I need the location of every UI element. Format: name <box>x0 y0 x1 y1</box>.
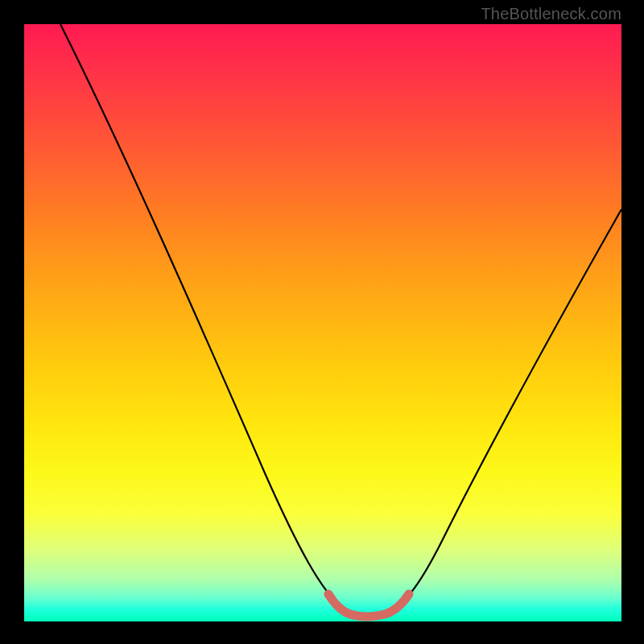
optimal-floor-marker <box>328 594 409 617</box>
watermark-text: TheBottleneck.com <box>481 5 621 23</box>
bottleneck-curve <box>60 24 621 615</box>
chart-frame: TheBottleneck.com <box>0 0 644 644</box>
curve-layer <box>24 24 621 621</box>
plot-area <box>24 24 621 621</box>
